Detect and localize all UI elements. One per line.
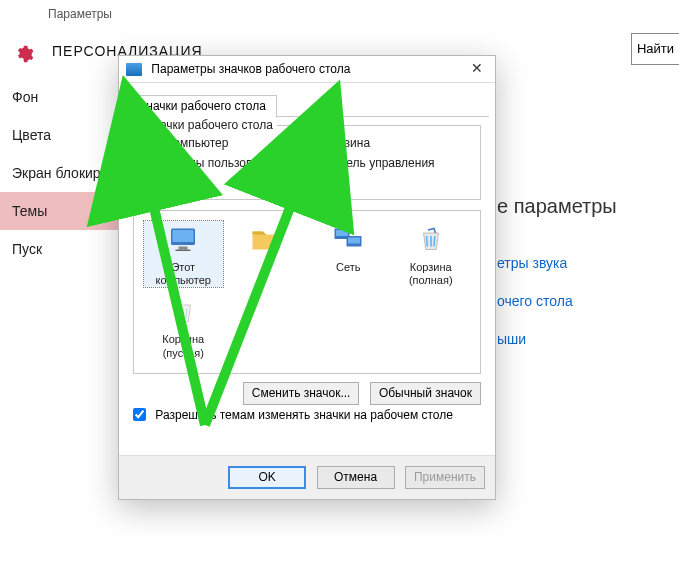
- app-title: Параметры: [48, 7, 112, 21]
- default-icon-button[interactable]: Обычный значок: [370, 382, 481, 405]
- dialog-title: Параметры значков рабочего стола: [151, 62, 350, 76]
- icon-bin-full-label: Корзина (полная): [409, 261, 453, 286]
- desktop-icons-dialog: Параметры значков рабочего стола ✕ Значк…: [118, 55, 496, 500]
- checkbox-controlpanel-input[interactable]: [302, 156, 315, 169]
- svg-rect-6: [336, 230, 348, 236]
- checkbox-recycle[interactable]: Корзина: [302, 136, 370, 150]
- change-icon-button[interactable]: Сменить значок...: [243, 382, 360, 405]
- allow-themes-checkbox[interactable]: Разрешить темам изменять значки на рабоч…: [133, 408, 453, 422]
- dialog-titlebar: Параметры значков рабочего стола ✕: [119, 56, 495, 83]
- find-button[interactable]: Найти: [631, 33, 679, 65]
- ok-button[interactable]: OK: [228, 466, 306, 489]
- checkbox-userfiles-input[interactable]: [144, 156, 157, 169]
- checkbox-userfiles-label: Файлы пользователя: [166, 156, 283, 170]
- checkbox-userfiles[interactable]: Файлы пользователя: [144, 156, 284, 170]
- icon-network[interactable]: Сеть: [309, 221, 388, 287]
- tab-desktop-icons[interactable]: Значки рабочего стола: [128, 95, 277, 118]
- svg-rect-1: [173, 230, 194, 242]
- link-mouse[interactable]: ыши: [497, 331, 573, 347]
- desktop-icons-group: Значки рабочего стола Компьютер Корзина …: [133, 125, 481, 200]
- checkbox-computer-label: Компьютер: [166, 136, 228, 150]
- apply-button[interactable]: Применить: [405, 466, 485, 489]
- svg-rect-2: [179, 247, 188, 250]
- icon-user-folder[interactable]: [227, 221, 306, 287]
- checkbox-network-label: Сеть: [166, 176, 193, 190]
- checkbox-network-input[interactable]: [144, 176, 157, 189]
- icon-this-pc[interactable]: Этот компьютер: [144, 221, 223, 287]
- cancel-button[interactable]: Отмена: [317, 466, 395, 489]
- icon-button-row: Сменить значок... Обычный значок: [133, 382, 481, 405]
- allow-themes-input[interactable]: [133, 408, 146, 421]
- related-links: етры звука очего стола ыши: [497, 255, 573, 369]
- dialog-footer: OK Отмена Применить: [119, 455, 495, 499]
- link-desktop[interactable]: очего стола: [497, 293, 573, 309]
- checkbox-computer-input[interactable]: [144, 136, 157, 149]
- right-heading: е параметры: [497, 195, 617, 218]
- allow-themes-label: Разрешить темам изменять значки на рабоч…: [155, 408, 453, 422]
- close-icon[interactable]: ✕: [465, 60, 489, 78]
- svg-rect-7: [348, 238, 360, 244]
- checkbox-recycle-input[interactable]: [302, 136, 315, 149]
- checkbox-network[interactable]: Сеть: [144, 176, 193, 190]
- desktop-icon: [126, 63, 142, 76]
- checkbox-controlpanel-label: Панель управления: [324, 156, 434, 170]
- icon-bin-empty[interactable]: Корзина (пустая): [144, 293, 223, 359]
- checkbox-recycle-label: Корзина: [324, 136, 370, 150]
- icon-bin-empty-label: Корзина (пустая): [162, 333, 204, 358]
- link-sound[interactable]: етры звука: [497, 255, 573, 271]
- icon-network-label: Сеть: [336, 261, 360, 273]
- icon-preview-panel: Этот компьютер Сеть Корзина (полная) Кор…: [133, 210, 481, 374]
- gear-icon: [14, 44, 34, 64]
- group-legend: Значки рабочего стола: [142, 118, 277, 132]
- checkbox-computer[interactable]: Компьютер: [144, 136, 228, 150]
- icon-this-pc-label: Этот компьютер: [156, 261, 211, 286]
- checkbox-controlpanel[interactable]: Панель управления: [302, 156, 435, 170]
- tab-strip: Значки рабочего стола: [125, 89, 489, 117]
- svg-rect-3: [176, 250, 191, 252]
- icon-bin-full[interactable]: Корзина (полная): [392, 221, 471, 287]
